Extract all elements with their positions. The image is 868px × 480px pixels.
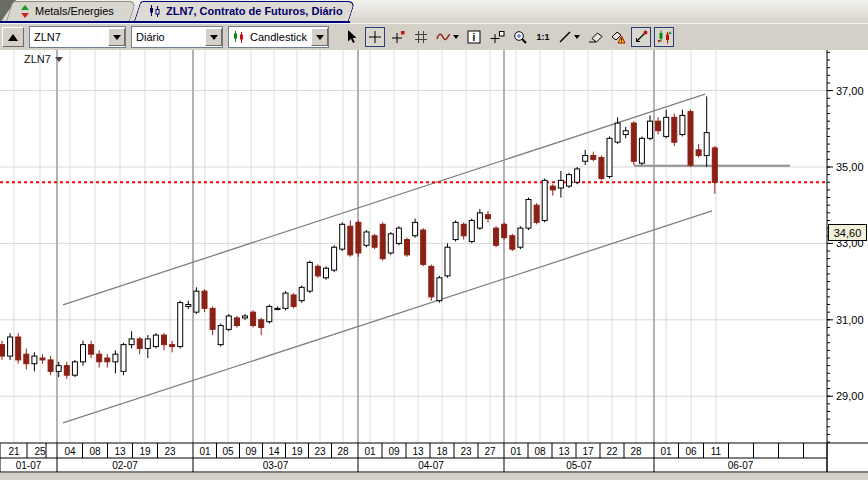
toggle-candles-tool-button[interactable] bbox=[654, 27, 674, 47]
candle-body bbox=[486, 215, 491, 219]
candle-body bbox=[494, 228, 499, 245]
candle-body bbox=[178, 303, 183, 347]
day-tick-label: 23 bbox=[314, 446, 326, 457]
chart-style-combobox-dropdown-button[interactable] bbox=[311, 28, 328, 46]
eraser-tool-button[interactable] bbox=[585, 27, 605, 47]
candle-body bbox=[656, 121, 661, 131]
indicators-tool-button[interactable] bbox=[434, 27, 461, 47]
period-combobox[interactable]: Diário bbox=[131, 26, 223, 48]
crosshair-price-tool-button[interactable] bbox=[388, 27, 408, 47]
candle-body bbox=[153, 335, 158, 346]
svg-text:i: i bbox=[473, 32, 476, 43]
time-axis[interactable]: 212501-07040813192302-070105091419232803… bbox=[0, 443, 868, 480]
candle-body bbox=[162, 335, 167, 345]
one-to-one-tool-button[interactable]: 1:1 bbox=[533, 27, 553, 47]
chevron-down-icon bbox=[574, 35, 580, 39]
last-price-label: 34,60 bbox=[828, 224, 867, 241]
gridlines bbox=[0, 50, 827, 443]
bottom-strip bbox=[0, 473, 868, 480]
candle-body bbox=[283, 293, 288, 308]
chart-symbol-selector[interactable]: ZLN7 bbox=[24, 53, 63, 65]
day-tick-label: 13 bbox=[114, 446, 126, 457]
candle-body bbox=[40, 358, 45, 360]
candle-body bbox=[259, 320, 264, 328]
symbol-combobox-dropdown-button[interactable] bbox=[108, 28, 125, 46]
chart-toolbar: ZLN7 Diário Candlestick i1:1 bbox=[0, 23, 868, 51]
candle-body bbox=[469, 220, 474, 241]
collapse-toolbar-button[interactable] bbox=[2, 27, 24, 47]
day-tick-label: 18 bbox=[436, 446, 448, 457]
candle-body bbox=[81, 345, 86, 362]
candle-body bbox=[567, 175, 572, 186]
day-tick-label: 06 bbox=[685, 446, 697, 457]
chart-style-combobox[interactable]: Candlestick bbox=[228, 26, 329, 48]
day-tick-label: 05 bbox=[222, 446, 234, 457]
tab-label: Metals/Energies bbox=[35, 5, 114, 17]
price-chart[interactable]: 37,0035,0033,0031,0029,00212501-07040813… bbox=[0, 50, 868, 480]
scale-range-tool-button[interactable] bbox=[631, 27, 651, 47]
day-tick-label: 17 bbox=[582, 446, 594, 457]
chevron-down-icon bbox=[316, 35, 324, 40]
period-combobox-dropdown-button[interactable] bbox=[205, 28, 222, 46]
candle-body bbox=[275, 308, 280, 309]
grid-tool-button[interactable] bbox=[411, 27, 431, 47]
candle-body bbox=[251, 312, 256, 325]
add-object-tool-button[interactable] bbox=[487, 27, 507, 47]
price-tick-label: 37,00 bbox=[836, 85, 864, 97]
candle-body bbox=[8, 337, 13, 356]
symbol-combobox-value: ZLN7 bbox=[30, 31, 108, 43]
candle-body bbox=[542, 180, 547, 220]
day-tick-label: 01 bbox=[364, 446, 376, 457]
candle-body bbox=[599, 157, 604, 178]
candle-body bbox=[623, 131, 628, 135]
candle-body bbox=[324, 268, 329, 278]
price-axis[interactable]: 37,0035,0033,0031,0029,00 bbox=[827, 50, 864, 472]
day-tick-label: 14 bbox=[268, 446, 280, 457]
month-label: 06-07 bbox=[728, 460, 754, 471]
tab-zln7-chart[interactable]: ZLN7, Contrato de Futuros, Diário bbox=[134, 1, 349, 21]
chevron-down-icon bbox=[210, 35, 218, 40]
line-tool-tool-button[interactable] bbox=[556, 27, 582, 47]
day-tick-label: 19 bbox=[291, 446, 303, 457]
updown-arrows-icon bbox=[20, 5, 30, 18]
day-tick-label: 08 bbox=[534, 446, 546, 457]
candle-body bbox=[364, 232, 369, 245]
candle-body bbox=[388, 234, 393, 253]
trend-channel-lower bbox=[63, 211, 712, 423]
day-tick-label: 28 bbox=[630, 446, 642, 457]
symbol-combobox[interactable]: ZLN7 bbox=[29, 26, 126, 48]
candle-body bbox=[672, 117, 677, 142]
candle-body bbox=[348, 226, 353, 255]
candle-body bbox=[356, 222, 361, 253]
candle-pair-icon bbox=[233, 31, 244, 43]
zoom-tool-button[interactable] bbox=[510, 27, 530, 47]
info-tool-button[interactable]: i bbox=[464, 27, 484, 47]
trend-channel-upper bbox=[63, 94, 705, 305]
candle-body bbox=[639, 138, 644, 163]
candle-body bbox=[97, 354, 102, 362]
candle-body bbox=[226, 316, 231, 329]
candle-body bbox=[510, 236, 515, 249]
chart-area[interactable]: ZLN7 34,60 37,0035,0033,0031,0029,002125… bbox=[0, 50, 868, 480]
delete-drawings-tool-button[interactable] bbox=[608, 27, 628, 47]
cursor-tool-button[interactable] bbox=[342, 27, 362, 47]
day-tick-label: 25 bbox=[34, 446, 46, 457]
month-label: 01-07 bbox=[16, 460, 42, 471]
tab-metals-energies[interactable]: Metals/Energies bbox=[6, 1, 130, 21]
chart-style-combobox-value: Candlestick bbox=[229, 31, 311, 43]
candle-body bbox=[137, 339, 142, 349]
candle-body bbox=[56, 366, 61, 372]
candle-body bbox=[696, 150, 701, 156]
candle-body bbox=[243, 316, 248, 318]
candle-body bbox=[591, 156, 596, 160]
candle-body bbox=[575, 169, 580, 182]
day-tick-label: 27 bbox=[484, 446, 496, 457]
candle-body bbox=[129, 339, 134, 345]
candle-body bbox=[170, 345, 175, 347]
day-tick-label: 04 bbox=[64, 446, 76, 457]
crosshair-tool-button[interactable] bbox=[365, 27, 385, 47]
candle-body bbox=[0, 345, 5, 356]
day-tick-label: 01 bbox=[199, 446, 211, 457]
day-tick-label: 09 bbox=[245, 446, 257, 457]
candle-body bbox=[607, 138, 612, 176]
